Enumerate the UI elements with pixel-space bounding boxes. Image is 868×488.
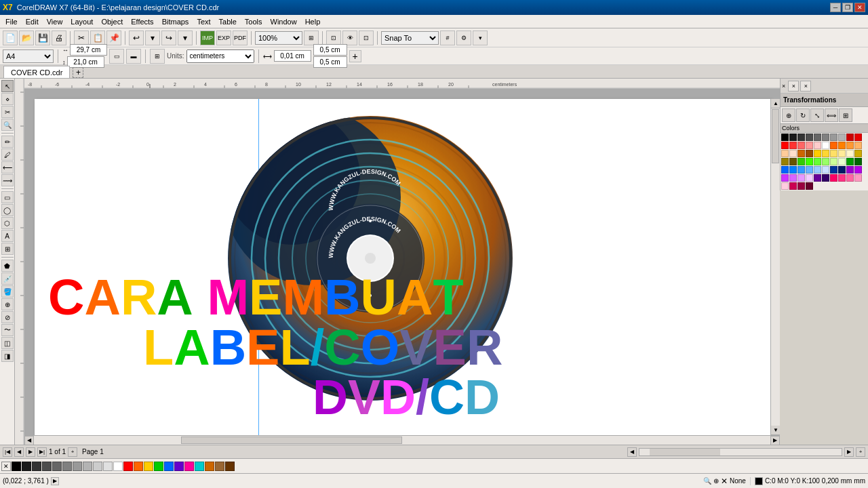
snap-to-btn[interactable]: ⊡ [326, 30, 341, 45]
color-swatch[interactable] [797, 182, 805, 190]
bottom-swatch[interactable] [22, 462, 31, 471]
scroll-up-button[interactable]: ▲ [771, 99, 780, 108]
export-button[interactable]: EXP [216, 30, 231, 45]
color-swatch[interactable] [830, 142, 837, 149]
dimension-tool[interactable]: ⟵ [1, 161, 14, 174]
bottom-swatch[interactable] [184, 462, 194, 471]
open-button[interactable]: 📂 [19, 30, 34, 45]
color-swatch[interactable] [830, 166, 837, 174]
first-page-button[interactable]: |◀ [3, 447, 12, 457]
page-size-select[interactable]: A4 Letter [3, 49, 54, 63]
zoom-select[interactable]: 100% 50% 200% [255, 31, 302, 45]
color-swatch[interactable] [797, 134, 805, 141]
color-swatch[interactable] [846, 166, 854, 174]
bottom-swatch[interactable] [154, 462, 163, 471]
color-swatch[interactable] [797, 174, 805, 182]
transform-scale[interactable]: ⤡ [810, 108, 824, 122]
color-swatch[interactable] [789, 174, 797, 182]
freehand-tool[interactable]: ✏ [1, 136, 14, 148]
bottom-swatch[interactable] [225, 462, 235, 471]
color-swatch[interactable] [822, 134, 829, 141]
color-swatch[interactable] [806, 158, 813, 165]
view-btn[interactable]: 👁 [342, 30, 357, 45]
color-swatch[interactable] [814, 142, 821, 149]
bottom-swatch[interactable] [12, 462, 21, 471]
color-swatch[interactable] [781, 182, 789, 190]
hscroll-left-button[interactable]: ◀ [24, 436, 34, 445]
bottom-swatch[interactable] [174, 462, 184, 471]
page-hscroll-track[interactable] [639, 448, 842, 456]
color-swatch[interactable] [854, 166, 862, 174]
menu-bitmaps[interactable]: Bitmaps [158, 16, 193, 27]
bottom-swatch[interactable] [113, 462, 123, 471]
panel-close-btn2[interactable]: × [800, 81, 811, 92]
menu-table[interactable]: Table [215, 16, 241, 27]
color-swatch[interactable] [806, 166, 813, 174]
color-swatch[interactable] [838, 158, 846, 165]
nudge-input[interactable] [274, 50, 311, 62]
last-page-button[interactable]: ▶| [37, 447, 47, 457]
menu-layout[interactable]: Layout [66, 16, 97, 27]
hscroll-right-button[interactable]: ▶ [770, 436, 780, 445]
page-hscroll-thumb[interactable] [650, 449, 720, 455]
color-swatch[interactable] [822, 158, 829, 165]
bottom-swatch[interactable] [103, 462, 113, 471]
publish-button[interactable]: PDF [233, 30, 248, 45]
color-swatch[interactable] [830, 158, 837, 165]
color-swatch[interactable] [846, 174, 854, 182]
window-minimize-button[interactable]: ─ [830, 3, 841, 12]
zoom-in-btn[interactable]: + [856, 447, 865, 457]
redo-button[interactable]: ↪ [161, 30, 176, 45]
color-swatch[interactable] [830, 134, 837, 141]
color-swatch[interactable] [830, 150, 837, 157]
snap-options[interactable]: ⊡ [359, 30, 374, 45]
color-swatch[interactable] [806, 150, 813, 157]
smart-draw-tool[interactable]: 🖊 [1, 148, 14, 161]
transform-size[interactable]: ⊞ [839, 108, 852, 122]
color-swatch[interactable] [789, 150, 797, 157]
ellipse-tool[interactable]: ◯ [1, 204, 14, 216]
color-swatch[interactable] [822, 150, 829, 157]
options-btn[interactable]: ⚙ [456, 30, 471, 45]
eyedropper-tool[interactable]: 💉 [1, 272, 14, 285]
select-tool[interactable]: ↖ [1, 80, 14, 92]
bottom-swatch[interactable] [123, 462, 133, 471]
color-swatch[interactable] [838, 150, 846, 157]
color-swatch[interactable] [789, 158, 797, 165]
bottom-swatch[interactable] [62, 462, 72, 471]
transform-mirror[interactable]: ⟺ [825, 108, 838, 122]
color-swatch[interactable] [814, 158, 821, 165]
color-swatch[interactable] [854, 174, 862, 182]
color-swatch[interactable] [838, 166, 846, 174]
drawing-canvas[interactable]: WWW.KANGZUL-DESIGN.COM WWW.KANGZUL-DESIG… [35, 99, 770, 435]
bottom-swatch[interactable] [73, 462, 82, 471]
page-height-input[interactable] [67, 56, 104, 68]
add-page-nav-button[interactable]: + [68, 447, 77, 457]
prev-page-button[interactable]: ◀ [14, 447, 24, 457]
save-button[interactable]: 💾 [35, 30, 50, 45]
color-swatch[interactable] [838, 174, 846, 182]
color-swatch[interactable] [814, 134, 821, 141]
units-select[interactable]: centimeters inches pixels [186, 49, 254, 63]
landscape-button[interactable]: ▬ [126, 49, 141, 64]
rect-tool[interactable]: ▭ [1, 191, 14, 203]
color-swatch[interactable] [822, 174, 829, 182]
color-swatch[interactable] [806, 174, 813, 182]
dup-x-input[interactable] [313, 44, 347, 56]
paint-bucket-tool[interactable]: 🪣 [1, 285, 14, 298]
color-swatch[interactable] [797, 158, 805, 165]
import-button[interactable]: IMP [200, 30, 215, 45]
bottom-swatch[interactable] [205, 462, 214, 471]
color-swatch[interactable] [854, 134, 862, 141]
menu-text[interactable]: Text [193, 16, 214, 27]
color-swatch[interactable] [789, 166, 797, 174]
bottom-swatch[interactable] [93, 462, 102, 471]
redo-dropdown[interactable]: ▾ [178, 30, 193, 45]
color-swatch[interactable] [781, 150, 789, 157]
menu-effects[interactable]: Effects [127, 16, 157, 27]
color-swatch[interactable] [789, 134, 797, 141]
color-swatch[interactable] [806, 134, 813, 141]
color-swatch[interactable] [846, 150, 854, 157]
page-width-input[interactable] [70, 44, 107, 56]
undo-dropdown[interactable]: ▾ [145, 30, 160, 45]
